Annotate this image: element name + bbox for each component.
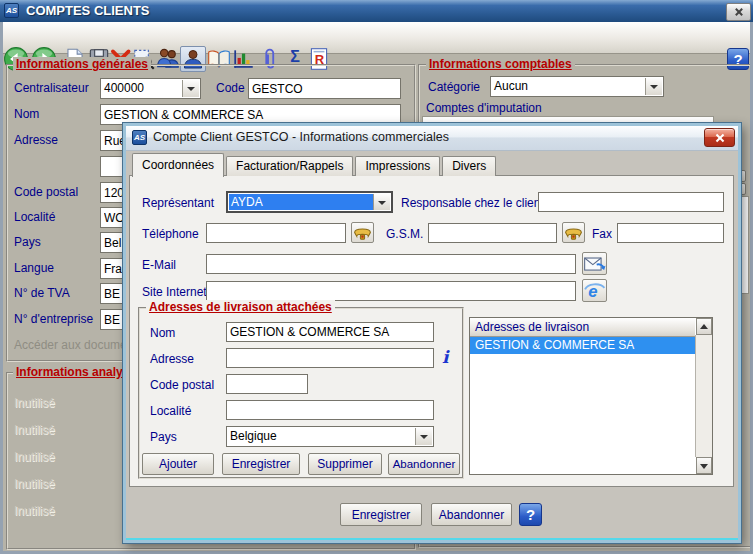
fax-label: Fax — [592, 227, 612, 241]
delivery-code-postal-input[interactable] — [226, 374, 308, 394]
list-scrollbar-track[interactable] — [695, 335, 712, 457]
delivery-code-postal-label: Code postal — [150, 378, 214, 392]
delivery-addresses-list: Adresses de livraison GESTION & COMMERCE… — [469, 317, 713, 475]
dialog-title: Compte Client GESTCO - Informations comm… — [153, 126, 449, 149]
main-titlebar[interactable]: AS COMPTES CLIENTS — [0, 0, 753, 23]
centralisateur-combo[interactable]: 400000 — [100, 78, 201, 99]
code-label: Code — [216, 81, 245, 95]
analytics-item: Inutilisé — [14, 423, 55, 437]
phone-icon — [563, 231, 584, 245]
dialog-titlebar[interactable]: AS Compte Client GESTCO - Informations c… — [126, 126, 738, 151]
telephone-label: Téléphone — [142, 227, 199, 241]
site-internet-input[interactable] — [206, 281, 576, 301]
delivery-pays-value: Belgique — [230, 429, 277, 443]
delivery-save-button[interactable]: Enregistrer — [222, 453, 300, 475]
dialog-app-icon: AS — [132, 130, 147, 145]
phone-icon — [352, 231, 373, 245]
chevron-down-icon[interactable] — [373, 194, 390, 210]
chevron-down-icon[interactable] — [182, 80, 199, 97]
nom-input[interactable] — [100, 104, 401, 125]
email-input[interactable] — [206, 254, 576, 274]
analytics-item: Inutilisé — [14, 504, 55, 518]
list-scroll-up-button[interactable] — [696, 318, 712, 335]
window-frame-left — [0, 22, 3, 551]
code-postal-label: Code postal — [14, 185, 78, 199]
window-close-button[interactable] — [726, 3, 751, 21]
centralisateur-label: Centralisateur — [14, 81, 89, 95]
dialog-save-button[interactable]: Enregistrer — [340, 503, 422, 526]
categorie-value: Aucun — [494, 79, 528, 93]
representant-combo[interactable]: AYDA — [226, 191, 393, 213]
dialog-bottom-accent — [126, 538, 738, 540]
delivery-delete-button[interactable]: Supprimer — [308, 453, 382, 475]
delivery-localite-label: Localité — [150, 404, 191, 418]
adresse-label: Adresse — [14, 133, 58, 147]
delivery-adresse-label: Adresse — [150, 352, 194, 366]
window-title: COMPTES CLIENTS — [26, 0, 150, 21]
dialog-tabs: Coordonnées Facturation/Rappels Impressi… — [132, 152, 498, 176]
responsable-input[interactable] — [538, 192, 724, 212]
app-window: AS COMPTES CLIENTS — [0, 0, 753, 554]
send-email-button[interactable] — [582, 252, 607, 275]
chevron-down-icon[interactable] — [415, 428, 432, 445]
delivery-nom-label: Nom — [150, 326, 175, 340]
browser-icon: e — [583, 290, 606, 304]
chevron-down-icon[interactable] — [645, 78, 662, 95]
categorie-combo[interactable]: Aucun — [490, 76, 664, 97]
gsm-input[interactable] — [428, 223, 557, 243]
open-website-button[interactable]: e — [582, 279, 607, 302]
tab-impressions[interactable]: Impressions — [355, 156, 440, 176]
general-panel-legend: Informations générales — [13, 57, 151, 71]
gsm-dial-button[interactable] — [562, 222, 585, 243]
categorie-label: Catégorie — [428, 80, 480, 94]
mail-icon — [583, 263, 606, 277]
pays-label: Pays — [14, 235, 41, 249]
delivery-group-legend: Adresses de livraison attachées — [146, 300, 335, 314]
telephone-input[interactable] — [206, 223, 346, 243]
localite-label: Localité — [14, 210, 55, 224]
dialog-cancel-button[interactable]: Abandonner — [431, 503, 512, 526]
tab-coordonnees[interactable]: Coordonnées — [132, 153, 224, 177]
dialog-close-button[interactable] — [704, 128, 735, 147]
dialog-help-button[interactable]: ? — [519, 503, 542, 526]
representant-label: Représentant — [142, 196, 214, 210]
code-input[interactable] — [248, 78, 401, 99]
delivery-localite-input[interactable] — [226, 400, 434, 420]
app-icon: AS — [4, 3, 19, 18]
list-item-selected[interactable]: GESTION & COMMERCE SA — [470, 337, 695, 354]
info-icon[interactable]: i — [442, 347, 448, 367]
analytics-item: Inutilisé — [14, 396, 55, 410]
tab-divers[interactable]: Divers — [442, 156, 496, 176]
fax-input[interactable] — [617, 223, 724, 243]
accounting-panel-legend: Informations comptables — [426, 57, 575, 71]
site-internet-label: Site Internet — [142, 285, 207, 299]
langue-label: Langue — [14, 261, 54, 275]
email-label: E-Mail — [142, 258, 176, 272]
telephone-dial-button[interactable] — [351, 222, 374, 243]
gsm-label: G.S.M. — [386, 227, 423, 241]
comptes-imputation-label: Comptes d'imputation — [426, 101, 542, 115]
delivery-list-header[interactable]: Adresses de livraison — [470, 318, 695, 337]
nom-label: Nom — [14, 107, 39, 121]
delivery-adresse-input[interactable] — [226, 348, 434, 368]
entreprise-label: N° d'entreprise — [14, 312, 93, 326]
analytics-item: Inutilisé — [14, 450, 55, 464]
delivery-cancel-button[interactable]: Abandonner — [388, 453, 460, 475]
tva-label: N° de TVA — [14, 286, 70, 300]
analytics-item: Inutilisé — [14, 477, 55, 491]
centralisateur-value: 400000 — [104, 81, 144, 95]
representant-value: AYDA — [229, 194, 374, 210]
tab-page-coordonnees: Représentant AYDA Responsable chez le cl… — [129, 175, 734, 487]
tab-facturation-rappels[interactable]: Facturation/Rappels — [226, 156, 353, 176]
delivery-add-button[interactable]: Ajouter — [142, 453, 214, 475]
commercial-info-dialog: AS Compte Client GESTCO - Informations c… — [123, 123, 741, 543]
main-toolbar: Σ R ? — [0, 22, 753, 54]
delivery-pays-label: Pays — [150, 430, 177, 444]
list-scroll-down-button[interactable] — [696, 457, 712, 474]
delivery-pays-combo[interactable]: Belgique — [226, 426, 434, 447]
responsable-label: Responsable chez le client — [401, 196, 544, 210]
delivery-nom-input[interactable] — [226, 322, 434, 342]
